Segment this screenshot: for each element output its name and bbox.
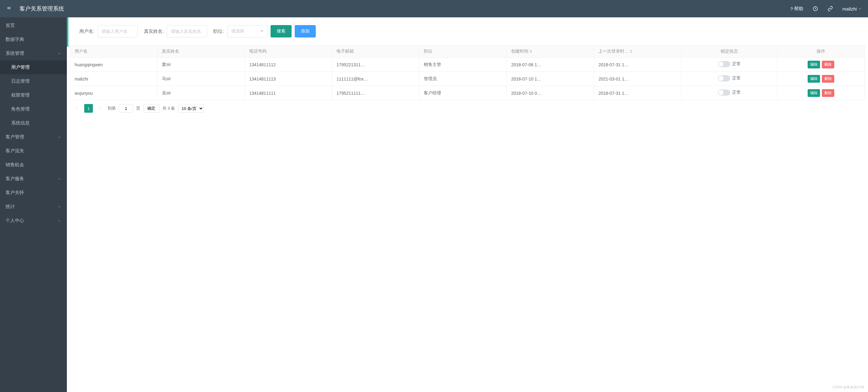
next-page-button[interactable] <box>96 104 105 113</box>
sidebar-collapse-icon[interactable] <box>6 5 12 12</box>
cell-phone: 13414811111 <box>245 86 332 100</box>
chevron-down-icon <box>858 7 862 10</box>
pagination: 1 到第 页 确定 共 3 条 10 条/页 <box>67 100 868 116</box>
cell-actions: 编辑删除 <box>777 72 865 86</box>
th-actions: 操作 <box>777 46 865 58</box>
history-icon[interactable] <box>813 6 818 11</box>
sidebar-item-6[interactable]: 客户服务 <box>0 172 67 186</box>
lock-toggle[interactable] <box>718 75 730 82</box>
position-select[interactable]: 请选择 <box>227 25 268 37</box>
th-lastlogin[interactable]: 上一次登录时… <box>594 46 681 58</box>
position-label: 职位: <box>213 29 224 34</box>
delete-button[interactable]: 删除 <box>822 75 834 83</box>
cell-lastlogin: 2018-07-31 1… <box>594 58 681 72</box>
search-button[interactable]: 搜索 <box>271 25 291 37</box>
sidebar-item-0[interactable]: 首页 <box>0 19 67 32</box>
username-label: 用户名: <box>79 29 94 34</box>
jump-page-input[interactable] <box>119 104 133 113</box>
prev-page-button[interactable] <box>72 104 81 113</box>
cell-lastlogin: 2021-03-01 1… <box>594 72 681 86</box>
app-title: 客户关系管理系统 <box>20 5 64 12</box>
edit-button[interactable]: 编辑 <box>808 75 820 83</box>
sidebar: 首页数据字典系统管理用户管理日志管理权限管理角色管理系统信息客户管理客户流失销售… <box>0 17 67 392</box>
sidebar-item-3[interactable]: 客户管理 <box>0 130 67 144</box>
accent-bar <box>67 17 68 47</box>
jump-prefix: 到第 <box>108 105 116 111</box>
sidebar-item-2[interactable]: 系统管理 <box>0 47 67 60</box>
question-icon: ? <box>790 6 793 11</box>
username-input[interactable] <box>97 25 138 37</box>
table-header-row: 用户名 真实姓名 电话号码 电子邮箱 职位 创建时间 上一次登录时… 锁定状态 … <box>70 46 865 58</box>
cell-realname: 马sir <box>158 72 245 86</box>
sidebar-item-label: 客户关怀 <box>6 190 24 196</box>
chevron-up-icon <box>58 219 61 223</box>
help-link[interactable]: ? 帮助 <box>790 6 803 12</box>
realname-input[interactable] <box>167 25 207 37</box>
cell-email: 1795211111… <box>332 86 420 100</box>
cell-email: 1111111@fox… <box>332 72 420 86</box>
table-row: wujunyou吴sir134148111111795211111…客户经理20… <box>70 86 865 100</box>
user-table: 用户名 真实姓名 电话号码 电子邮箱 职位 创建时间 上一次登录时… 锁定状态 … <box>70 45 865 100</box>
cell-position: 客户经理 <box>420 86 507 100</box>
sort-icon <box>630 49 632 54</box>
edit-button[interactable]: 编辑 <box>808 89 820 97</box>
cell-realname: 吴sir <box>158 86 245 100</box>
cell-lockstatus: 正常 <box>681 72 777 86</box>
watermark: CSDN @夜未央5788 <box>832 385 864 390</box>
sidebar-subitem-2-2[interactable]: 权限管理 <box>0 88 67 102</box>
cell-email: 1795221311… <box>332 58 420 72</box>
cell-lockstatus: 正常 <box>681 58 777 72</box>
sidebar-item-label: 客户管理 <box>6 134 24 140</box>
sidebar-item-label: 数据字典 <box>6 36 24 42</box>
sidebar-item-1[interactable]: 数据字典 <box>0 32 67 47</box>
cell-createtime: 2018-07-10 0… <box>507 86 594 100</box>
sidebar-item-8[interactable]: 统计 <box>0 200 67 214</box>
lock-toggle[interactable] <box>718 89 730 96</box>
cell-createtime: 2018-07-06 1… <box>507 58 594 72</box>
table-row: huangqingwen黄sir134148111121795221311…销售… <box>70 58 865 72</box>
sort-icon <box>530 49 532 54</box>
page-number-1[interactable]: 1 <box>84 104 93 113</box>
delete-button[interactable]: 删除 <box>822 89 834 97</box>
sidebar-item-9[interactable]: 个人中心 <box>0 214 67 228</box>
th-createtime[interactable]: 创建时间 <box>507 46 594 58</box>
th-realname: 真实姓名 <box>158 46 245 58</box>
cell-realname: 黄sir <box>158 58 245 72</box>
chevron-down-icon <box>58 177 61 181</box>
cell-username: wujunyou <box>70 86 158 100</box>
cell-username: malizhi <box>70 72 158 86</box>
search-bar: 用户名: 真实姓名: 职位: 请选择 搜索 添加 <box>67 17 868 45</box>
th-phone: 电话号码 <box>245 46 332 58</box>
jump-confirm-button[interactable]: 确定 <box>143 104 159 113</box>
lock-label: 正常 <box>732 76 741 81</box>
cell-lockstatus: 正常 <box>681 86 777 100</box>
lock-toggle[interactable] <box>718 61 730 67</box>
sidebar-item-4[interactable]: 客户流失 <box>0 144 67 158</box>
sidebar-subitem-2-4[interactable]: 系统信息 <box>0 116 67 130</box>
edit-button[interactable]: 编辑 <box>808 61 820 68</box>
cell-position: 管理员 <box>420 72 507 86</box>
chevron-down-icon <box>58 205 61 209</box>
cell-actions: 编辑删除 <box>777 86 865 100</box>
sidebar-item-7[interactable]: 客户关怀 <box>0 186 67 200</box>
sidebar-item-label: 系统管理 <box>6 51 24 56</box>
per-page-select[interactable]: 10 条/页 <box>178 104 204 113</box>
cell-phone: 13414811112 <box>245 58 332 72</box>
table-row: malizhi马sir134148111131111111@fox…管理员201… <box>70 72 865 86</box>
delete-button[interactable]: 删除 <box>822 61 834 68</box>
link-icon[interactable] <box>828 6 833 11</box>
user-menu[interactable]: malizhi <box>842 6 862 11</box>
sidebar-item-label: 客户服务 <box>6 176 24 182</box>
chevron-down-icon <box>58 135 61 139</box>
realname-label: 真实姓名: <box>144 29 164 34</box>
help-label: 帮助 <box>794 6 803 12</box>
th-username: 用户名 <box>70 46 158 58</box>
sidebar-subitem-2-1[interactable]: 日志管理 <box>0 74 67 88</box>
sidebar-subitem-2-3[interactable]: 角色管理 <box>0 102 67 116</box>
sidebar-item-5[interactable]: 销售机会 <box>0 158 67 172</box>
sidebar-item-label: 个人中心 <box>6 218 24 223</box>
add-button[interactable]: 添加 <box>295 25 316 37</box>
sidebar-subitem-2-0[interactable]: 用户管理 <box>0 60 67 74</box>
lock-label: 正常 <box>732 90 741 95</box>
sidebar-item-label: 销售机会 <box>6 162 24 168</box>
